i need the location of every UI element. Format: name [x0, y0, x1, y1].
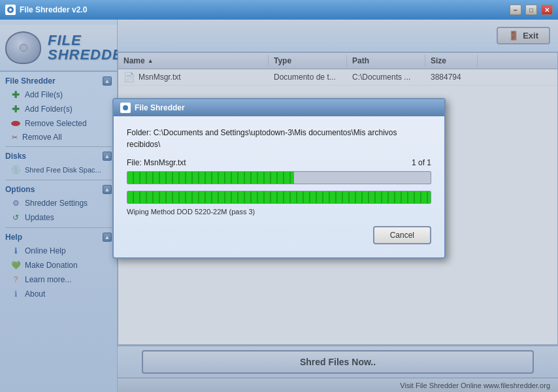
svg-point-1 [9, 8, 12, 11]
dialog-footer: Cancel [127, 223, 431, 247]
app-icon [5, 5, 16, 15]
dialog-folder-info: Folder: C:\Documents and Settings\uptodo… [127, 127, 431, 150]
progress-fill-overall [127, 191, 431, 203]
dialog-overlay: File Shredder Folder: C:\Documents and S… [0, 20, 558, 392]
progress-bar-file [127, 171, 431, 184]
close-button[interactable]: ✕ [541, 5, 553, 15]
window-title: File Shredder v2.0 [20, 5, 506, 14]
dialog-file-name: File: MsnMsgr.txt [127, 158, 186, 167]
dialog-file-count: 1 of 1 [412, 158, 431, 167]
cancel-button[interactable]: Cancel [373, 226, 431, 244]
dialog-title-icon [120, 103, 131, 113]
maximize-button[interactable]: □ [525, 5, 537, 15]
dialog-body: Folder: C:\Documents and Settings\uptodo… [114, 116, 444, 257]
minimize-button[interactable]: − [510, 5, 521, 15]
wipe-method-text: Wiping Method DOD 5220-22M (pass 3) [127, 208, 431, 216]
progress-bar-overall [127, 191, 431, 204]
progress-fill-file [127, 172, 294, 184]
dialog-title-bar: File Shredder [114, 99, 444, 116]
title-bar: File Shredder v2.0 − □ ✕ [0, 0, 558, 20]
progress-dialog: File Shredder Folder: C:\Documents and S… [112, 98, 446, 259]
dialog-file-row: File: MsnMsgr.txt 1 of 1 [127, 158, 431, 167]
svg-point-2 [123, 105, 128, 110]
dialog-title-text: File Shredder [135, 103, 185, 112]
